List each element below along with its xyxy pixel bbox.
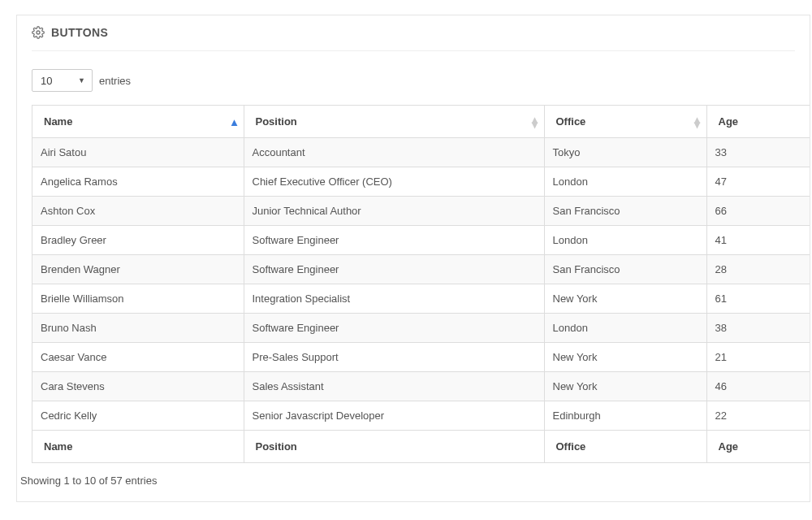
cell-position: Chief Executive Officer (CEO) [244,167,544,197]
cell-office: New York [544,372,706,401]
cell-office: San Francisco [544,255,706,284]
column-label: Position [256,115,297,128]
cell-age: 41 [706,226,810,255]
cell-name: Angelica Ramos [32,167,244,197]
data-table-panel: BUTTONS 10 ▼ entries Name▴▾Position▴▾Off… [16,15,810,502]
column-header-name[interactable]: Name▴▾ [32,106,244,138]
sort-icon: ▴▾ [231,119,237,124]
table-info: Showing 1 to 10 of 57 entries [20,463,810,501]
cell-position: Software Engineer [244,226,544,255]
table-scroll: Name▴▾Position▴▾Office▴▾Age▴▾ Airi Satou… [32,105,810,463]
column-label: Age [719,115,739,128]
table-row: Cara StevensSales AssistantNew York46 [32,372,810,401]
cell-position: Software Engineer [244,255,544,284]
cell-office: New York [544,343,706,372]
cell-position: Accountant [244,138,544,167]
cell-office: New York [544,284,706,314]
column-header-office[interactable]: Office▴▾ [544,106,706,138]
cell-position: Sales Assistant [244,372,544,401]
cell-position: Senior Javascript Developer [244,401,544,431]
cell-age: 28 [706,255,810,284]
table-row: Angelica RamosChief Executive Officer (C… [32,167,810,197]
cell-name: Cara Stevens [32,372,244,401]
cell-age: 66 [706,197,810,226]
page-length-select[interactable]: 10 [32,69,93,92]
cell-age: 47 [706,167,810,197]
cell-office: London [544,226,706,255]
length-control: 10 ▼ entries [17,51,810,105]
cell-age: 46 [706,372,810,401]
cell-age: 22 [706,401,810,431]
footer-col-age: Age [706,431,810,463]
cell-name: Cedric Kelly [32,401,244,431]
sort-icon: ▴▾ [694,117,700,127]
cell-name: Caesar Vance [32,343,244,372]
cell-name: Bruno Nash [32,314,244,343]
panel-header: BUTTONS [32,15,795,51]
cell-office: London [544,167,706,197]
cell-office: Edinburgh [544,401,706,431]
cell-office: San Francisco [544,197,706,226]
cell-name: Bradley Greer [32,226,244,255]
length-label: entries [99,75,131,87]
gear-icon [32,26,45,39]
table-row: Caesar VancePre-Sales SupportNew York21 [32,343,810,372]
cell-name: Brenden Wagner [32,255,244,284]
table-row: Airi SatouAccountantTokyo33 [32,138,810,167]
data-table: Name▴▾Position▴▾Office▴▾Age▴▾ Airi Satou… [32,106,810,463]
column-header-age[interactable]: Age▴▾ [706,106,810,138]
footer-col-name: Name [32,431,244,463]
cell-age: 33 [706,138,810,167]
table-row: Brenden WagnerSoftware EngineerSan Franc… [32,255,810,284]
sort-icon: ▴▾ [532,117,538,127]
panel-title: BUTTONS [51,26,108,39]
footer-col-position: Position [244,431,544,463]
cell-age: 21 [706,343,810,372]
cell-name: Brielle Williamson [32,284,244,314]
table-row: Ashton CoxJunior Technical AuthorSan Fra… [32,197,810,226]
table-row: Brielle WilliamsonIntegration Specialist… [32,284,810,314]
table-row: Bradley GreerSoftware EngineerLondon41 [32,226,810,255]
svg-point-0 [37,31,40,34]
cell-position: Pre-Sales Support [244,343,544,372]
cell-name: Airi Satou [32,138,244,167]
cell-position: Junior Technical Author [244,197,544,226]
column-header-position[interactable]: Position▴▾ [244,106,544,138]
column-label: Office [556,115,586,128]
footer-col-office: Office [544,431,706,463]
cell-age: 61 [706,284,810,314]
table-row: Bruno NashSoftware EngineerLondon38 [32,314,810,343]
cell-office: London [544,314,706,343]
cell-age: 38 [706,314,810,343]
table-row: Cedric KellySenior Javascript DeveloperE… [32,401,810,431]
cell-position: Integration Specialist [244,284,544,314]
cell-position: Software Engineer [244,314,544,343]
column-label: Name [44,115,72,128]
cell-office: Tokyo [544,138,706,167]
cell-name: Ashton Cox [32,197,244,226]
